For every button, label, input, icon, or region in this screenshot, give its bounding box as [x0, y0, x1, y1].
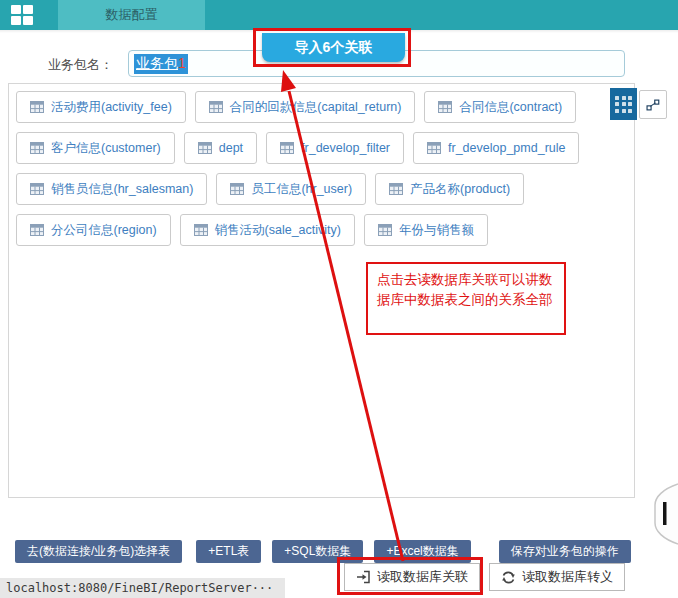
table-chip-row: 分公司信息(region) 销售活动(sale_activity) 年份与销售额 [16, 214, 634, 246]
table-icon [30, 101, 44, 113]
top-navigation-bar: 数据配置 [0, 0, 678, 30]
status-url: localhost:8080/FineBI/ReportServer··· [0, 578, 285, 598]
table-chip-label: 活动费用(activity_fee) [51, 99, 172, 116]
table-chip-label: 销售员信息(hr_salesman) [51, 181, 193, 198]
bottom-toolbar: 去(数据连接/业务包)选择表 +ETL表 +SQL数据集 +Excel数据集 保… [15, 540, 631, 563]
add-etl-table-button[interactable]: +ETL表 [196, 540, 261, 563]
table-icon [280, 142, 294, 154]
table-chip[interactable]: dept [184, 132, 257, 164]
table-icon [209, 101, 223, 113]
grid-view-icon[interactable] [610, 88, 637, 120]
table-chip[interactable]: 合同的回款信息(capital_return) [195, 91, 416, 123]
table-chip-label: 年份与销售额 [399, 222, 474, 239]
package-name-label: 业务包名： [48, 56, 113, 74]
table-chip-row: 销售员信息(hr_salesman) 员工信息(hr_user) 产品名称(pr… [16, 173, 634, 205]
table-chip-row: 活动费用(activity_fee) 合同的回款信息(capital_retur… [16, 91, 634, 123]
table-chip-label: dept [219, 141, 243, 155]
swap-arrows-icon [501, 571, 516, 584]
tab-data-config[interactable]: 数据配置 [58, 0, 205, 30]
read-db-escape-label: 读取数据库转义 [522, 568, 613, 586]
table-icon [30, 183, 44, 195]
read-db-relation-label: 读取数据库关联 [377, 568, 468, 586]
table-icon [427, 142, 441, 154]
table-icon [30, 142, 44, 154]
table-chip[interactable]: 合同信息(contract) [424, 91, 576, 123]
table-chip-label: 客户信息(customer) [51, 140, 161, 157]
table-icon [378, 224, 392, 236]
table-chip-label: 分公司信息(region) [51, 222, 157, 239]
table-chip-label: 销售活动(sale_activity) [215, 222, 341, 239]
table-chip[interactable]: 员工信息(hr_user) [216, 173, 366, 205]
table-icon [194, 224, 208, 236]
relation-view-icon[interactable] [639, 90, 667, 119]
add-excel-dataset-button[interactable]: +Excel数据集 [374, 540, 470, 563]
table-chip[interactable]: 销售活动(sale_activity) [180, 214, 355, 246]
table-chip-label: fr_develop_pmd_rule [448, 141, 565, 155]
table-icon [230, 183, 244, 195]
annotation-note: 点击去读数据库关联可以讲数据库中数据表之间的关系全部 [366, 262, 566, 335]
import-arrow-icon [356, 570, 371, 584]
app-menu-icon[interactable] [11, 5, 34, 26]
read-db-escape-button[interactable]: 读取数据库转义 [489, 563, 625, 591]
import-associations-button[interactable]: 导入6个关联 [262, 33, 405, 62]
table-chip-label: 合同的回款信息(capital_return) [230, 99, 402, 116]
table-chip-label: fr_develop_filter [301, 141, 390, 155]
table-chip[interactable]: 客户信息(customer) [16, 132, 175, 164]
add-sql-dataset-button[interactable]: +SQL数据集 [272, 540, 363, 563]
table-icon [30, 224, 44, 236]
table-chip-label: 员工信息(hr_user) [251, 181, 352, 198]
table-chip-label: 产品名称(product) [410, 181, 510, 198]
handle-bar-icon [663, 502, 667, 525]
read-db-relation-button[interactable]: 读取数据库关联 [344, 563, 480, 591]
table-chip[interactable]: 销售员信息(hr_salesman) [16, 173, 207, 205]
table-icon [389, 183, 403, 195]
table-chip[interactable]: 分公司信息(region) [16, 214, 171, 246]
table-icon [438, 101, 452, 113]
table-chip[interactable]: 年份与销售额 [364, 214, 488, 246]
select-table-button[interactable]: 去(数据连接/业务包)选择表 [15, 540, 182, 563]
save-package-button[interactable]: 保存对业务包的操作 [499, 540, 631, 563]
table-chip[interactable]: fr_develop_filter [266, 132, 404, 164]
table-chip[interactable]: 活动费用(activity_fee) [16, 91, 186, 123]
table-chip-row: 客户信息(customer) dept fr_develop_filter fr… [16, 132, 634, 164]
node-link-icon [646, 98, 660, 112]
tab-label: 数据配置 [106, 6, 158, 24]
table-chip[interactable]: fr_develop_pmd_rule [413, 132, 579, 164]
selected-text: 业务包1 [134, 54, 188, 74]
panel-collapse-handle[interactable] [650, 483, 678, 545]
table-chip-label: 合同信息(contract) [459, 99, 562, 116]
table-chip[interactable]: 产品名称(product) [375, 173, 524, 205]
table-icon [198, 142, 212, 154]
